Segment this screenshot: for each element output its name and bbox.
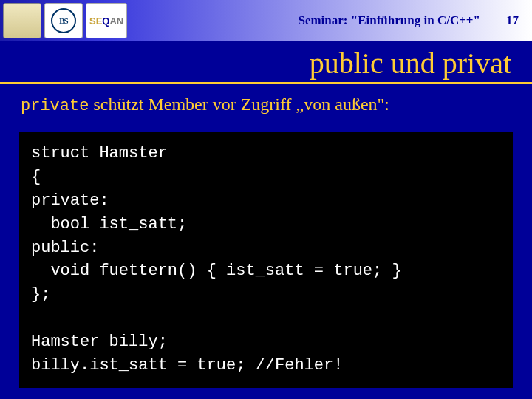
bs-logo: BS — [44, 3, 83, 38]
code-line: void fuettern() { ist_satt = true; } — [31, 262, 402, 280]
code-line: private: — [31, 191, 109, 210]
slide-title: public und privat — [0, 41, 532, 82]
code-line: }; — [31, 285, 50, 304]
code-line: Hamster billy; — [31, 332, 168, 351]
code-line: { — [31, 168, 41, 186]
seqan-q: Q — [102, 16, 109, 27]
logo-row: BS SEQAN — [0, 3, 127, 38]
code-line: billy.ist_satt = true; //Fehler! — [31, 356, 343, 375]
code-block: struct Hamster { private: bool ist_satt;… — [19, 132, 513, 388]
intro-rest: schützt Member vor Zugriff „von außen": — [89, 95, 389, 114]
seqan-an: AN — [109, 16, 123, 27]
page-number: 17 — [506, 13, 519, 28]
code-line: struct Hamster — [31, 144, 168, 163]
intro-text: private schützt Member vor Zugriff „von … — [0, 84, 532, 123]
header: BS SEQAN Seminar: "Einführung in C/C++" … — [0, 0, 532, 41]
code-line: public: — [31, 239, 99, 257]
code-line: bool ist_satt; — [31, 215, 187, 233]
seqan-se: SE — [89, 16, 102, 27]
intro-keyword: private — [21, 97, 89, 115]
seminar-label: Seminar: "Einführung in C/C++" — [298, 13, 480, 28]
bs-logo-text: BS — [51, 8, 76, 33]
seqan-logo: SEQAN — [86, 3, 127, 38]
university-seal-logo — [3, 3, 41, 38]
